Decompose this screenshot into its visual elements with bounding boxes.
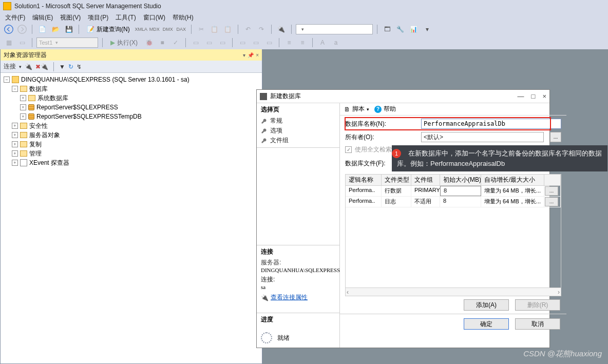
tree-xev[interactable]: XEvent 探查器 <box>29 159 69 167</box>
menu-edit[interactable]: 编辑(E) <box>32 13 53 22</box>
annotation-text: 在新数据库中，添加一个名字与之前备份的数据库名字相同的数据库。例如：Perfor… <box>397 149 602 167</box>
tree-rst[interactable]: ReportServer$SQLEXPRESSTempDB <box>36 113 142 120</box>
redo-icon: ↷ <box>256 24 267 35</box>
ok-button[interactable]: 确定 <box>464 318 509 330</box>
svg-point-1 <box>18 25 27 34</box>
dax-icon[interactable]: DAX <box>176 24 187 35</box>
table-row[interactable]: Performa.. 日志 不适用 8 增量为 64 MB，增长... ... <box>346 197 561 207</box>
dmx-icon[interactable]: DMX <box>162 24 174 35</box>
connection-header: 连接 <box>261 247 335 256</box>
server-value: DINGQUANHUA\SQLEXPRESS <box>261 267 335 273</box>
progress-header: 进度 <box>261 315 335 324</box>
col-autogrow[interactable]: 自动增长/最大大小 <box>481 175 544 185</box>
new-query-button[interactable]: 📝 新建查询(N) <box>83 24 134 35</box>
expander-icon[interactable]: − <box>4 76 10 83</box>
stop-icon: ■ <box>157 37 168 48</box>
connect-plug-icon[interactable]: 🔌 <box>25 63 32 70</box>
menu-file[interactable]: 文件(F) <box>5 13 25 22</box>
connect-combo[interactable]: ▾ <box>296 24 373 34</box>
row-edit-button[interactable]: ... <box>545 186 558 196</box>
save-icon[interactable]: 💾 <box>63 24 74 35</box>
more-icon[interactable]: ▾ <box>422 24 433 35</box>
undo-icon: ↶ <box>242 24 254 35</box>
help-button[interactable]: ?帮助 <box>374 105 396 113</box>
wrench-icon[interactable]: 🔧 <box>395 24 406 35</box>
owner-input[interactable] <box>421 132 544 142</box>
connect-icon[interactable]: 🔌 <box>276 24 287 35</box>
execute-label: 执行(X) <box>117 39 138 47</box>
owner-browse-button[interactable]: ... <box>550 132 561 142</box>
menu-help[interactable]: 帮助(H) <box>173 13 194 22</box>
add-button[interactable]: 添加(A) <box>464 299 509 311</box>
tree-sec[interactable]: 安全性 <box>29 122 48 130</box>
hscrollbar[interactable]: ‹› <box>346 288 561 296</box>
page-filegroups[interactable]: 文件组 <box>261 136 335 145</box>
menu-view[interactable]: 视图(V) <box>60 13 81 22</box>
tree-rep[interactable]: 复制 <box>29 140 42 149</box>
tree-sysdb[interactable]: 系统数据库 <box>37 94 68 103</box>
filter-icon[interactable]: ▼ <box>59 63 65 70</box>
cancel-button[interactable]: 取消 <box>515 318 560 330</box>
registered-icon[interactable]: 🗔 <box>382 24 393 35</box>
dialog-icon <box>260 93 267 100</box>
col-filegroup[interactable]: 文件组 <box>411 175 440 185</box>
page-options[interactable]: 选项 <box>261 126 335 136</box>
new-project-icon[interactable]: 📄 <box>36 24 48 35</box>
col-action <box>544 175 561 185</box>
toolbar-main[interactable]: 📄 📂 💾 📝 新建查询(N) XMLA MDX DMX DAX ✂ 📋 📋 ↶… <box>0 23 608 36</box>
panel-pin-icon[interactable]: 📌 <box>248 52 254 58</box>
disconnect-icon[interactable]: ✖🔌 <box>35 63 48 70</box>
maximize-icon[interactable]: □ <box>531 92 536 100</box>
new-database-dialog: 新建数据库 — □ × 选择页 常规 选项 文件组 连接 服务器: DINGQU… <box>256 89 550 348</box>
panel-close-icon[interactable]: × <box>256 52 259 58</box>
page-general[interactable]: 常规 <box>261 116 335 126</box>
menu-tools[interactable]: 工具(T) <box>116 13 136 22</box>
tree-srv[interactable]: 服务器对象 <box>29 131 60 140</box>
tree-db[interactable]: 数据库 <box>29 85 48 93</box>
nav-back-icon[interactable] <box>3 24 14 35</box>
tree-mgmt[interactable]: 管理 <box>29 149 42 158</box>
new-query-label: 新建查询(N) <box>97 25 130 34</box>
db-name-label: 数据库名称(N): <box>345 120 417 128</box>
menu-bar[interactable]: 文件(F) 编辑(E) 视图(V) 项目(P) 工具(T) 窗口(W) 帮助(H… <box>0 12 608 23</box>
connect-label[interactable]: 连接 <box>4 62 16 71</box>
title-bar: Solution1 - Microsoft SQL Server Managem… <box>0 0 608 12</box>
results-grid-icon: ▦ <box>3 37 14 48</box>
object-explorer-toolbar[interactable]: 连接▾ 🔌 ✖🔌 ▼ ↻ ↯ <box>1 61 262 73</box>
annotation-badge: 1 <box>392 149 401 158</box>
object-tree[interactable]: −DINGQUANHUA\SQLEXPRESS (SQL Server 13.0… <box>1 73 262 363</box>
panel-dropdown-icon[interactable]: ▾ <box>243 52 245 58</box>
stop-sync-icon[interactable]: ↯ <box>77 63 82 70</box>
tree-server[interactable]: DINGQUANHUA\SQLEXPRESS (SQL Server 13.0.… <box>21 76 189 83</box>
db-name-input[interactable] <box>421 119 561 129</box>
close-icon[interactable]: × <box>542 92 546 100</box>
nav-fwd-icon <box>16 24 28 35</box>
view-connection-link[interactable]: 查看连接属性 <box>271 293 308 302</box>
dbfiles-grid[interactable]: 逻辑名称 文件类型 文件组 初始大小(MB) 自动增长/最大大小 Perform… <box>345 174 561 296</box>
menu-project[interactable]: 项目(P) <box>88 13 108 22</box>
select-page-header: 选择页 <box>261 105 335 114</box>
script-button[interactable]: 🗎脚本▾ <box>344 105 369 113</box>
xml-icon[interactable]: XMLA <box>136 24 147 35</box>
table-row[interactable]: Performa.. 行数据 PRIMARY 8 增量为 64 MB，增长...… <box>346 186 561 197</box>
col-file-type[interactable]: 文件类型 <box>382 175 411 185</box>
xevent-icon <box>20 159 27 166</box>
app-icon <box>3 2 11 10</box>
mdx-icon[interactable]: MDX <box>149 24 160 35</box>
col-init-size[interactable]: 初始大小(MB) <box>440 175 481 185</box>
help-icon: ? <box>374 106 382 113</box>
toolbar-sql[interactable]: ▦ ▭ Test1▾ ▶ 执行(X) 🐞 ■ ✓ ▭▭▭ ▭▭▭ ≡≡ Aa <box>0 36 608 49</box>
activity-icon[interactable]: 📊 <box>408 24 420 35</box>
col-logical-name[interactable]: 逻辑名称 <box>346 175 382 185</box>
tree-rs[interactable]: ReportServer$SQLEXPRESS <box>36 104 118 111</box>
server-label: 服务器: <box>261 258 335 267</box>
debug-icon: 🐞 <box>143 37 155 48</box>
open-icon[interactable]: 📂 <box>50 24 61 35</box>
remove-button: 删除(R) <box>515 299 560 311</box>
refresh-icon[interactable]: ↻ <box>68 63 73 70</box>
minimize-icon[interactable]: — <box>518 92 524 100</box>
menu-window[interactable]: 窗口(W) <box>143 13 165 22</box>
watermark: CSDN @花熊huaxiong <box>523 349 602 359</box>
new-query-icon: 📝 <box>87 26 94 33</box>
row-edit-button[interactable]: ... <box>545 197 558 206</box>
